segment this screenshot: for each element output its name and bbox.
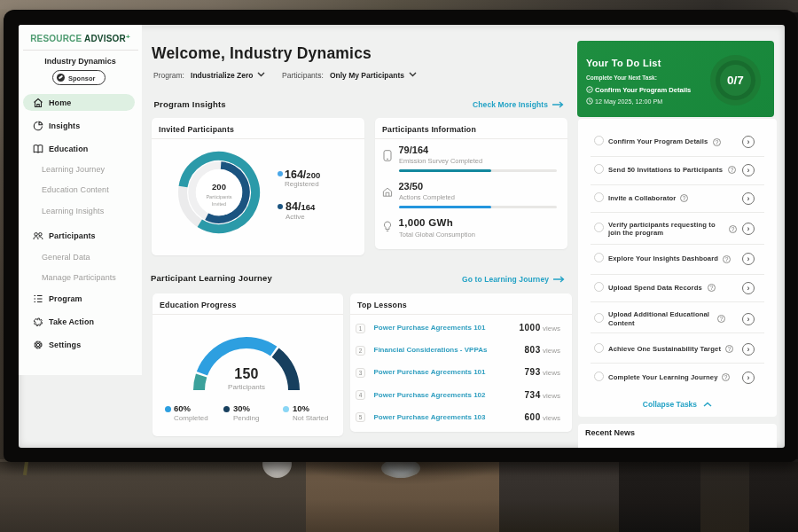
svg-text:Participants: Participants	[206, 194, 231, 200]
svg-text:Invited: Invited	[212, 201, 226, 207]
svg-text:200: 200	[212, 182, 226, 192]
